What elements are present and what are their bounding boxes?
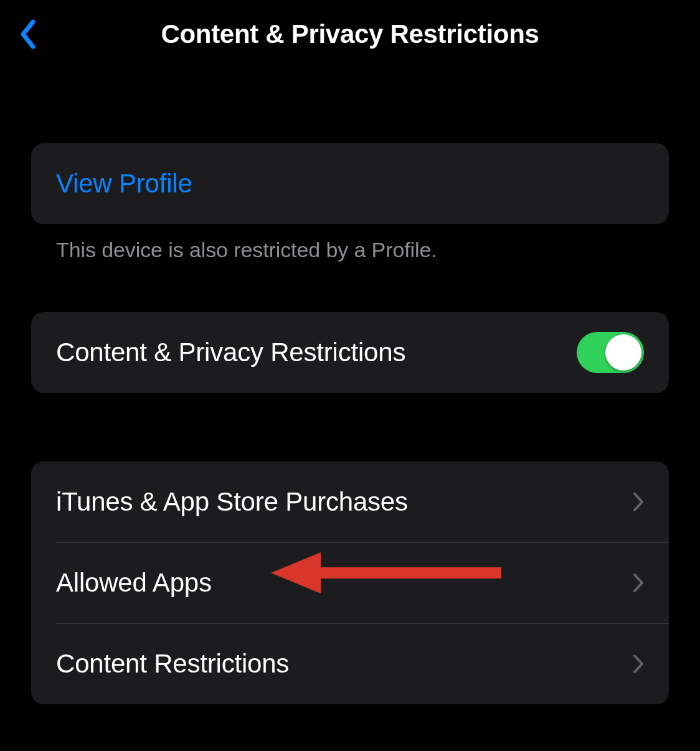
itunes-purchases-label: iTunes & App Store Purchases [56, 487, 408, 517]
restrictions-toggle-label: Content & Privacy Restrictions [56, 338, 405, 367]
content-restrictions-label: Content Restrictions [56, 649, 289, 679]
toggle-knob [605, 334, 641, 371]
back-button[interactable] [9, 16, 47, 53]
content-restrictions-row[interactable]: Content Restrictions [31, 623, 669, 704]
profile-footer-note: This device is also restricted by a Prof… [31, 224, 669, 262]
profile-group: View Profile [31, 143, 669, 224]
chevron-right-icon [633, 654, 644, 674]
restrictions-toggle-row[interactable]: Content & Privacy Restrictions [31, 312, 669, 393]
allowed-apps-row[interactable]: Allowed Apps [31, 542, 669, 623]
restrictions-toggle-group: Content & Privacy Restrictions [31, 312, 669, 393]
itunes-purchases-row[interactable]: iTunes & App Store Purchases [31, 461, 669, 542]
view-profile-label: View Profile [56, 169, 192, 199]
page-title: Content & Privacy Restrictions [12, 19, 688, 49]
view-profile-row[interactable]: View Profile [31, 143, 669, 224]
allowed-apps-label: Allowed Apps [56, 568, 212, 598]
chevron-left-icon [19, 19, 37, 49]
chevron-right-icon [633, 492, 644, 512]
restrictions-toggle[interactable] [577, 332, 644, 373]
navigation-bar: Content & Privacy Restrictions [0, 0, 700, 68]
settings-group: iTunes & App Store Purchases Allowed App… [31, 461, 669, 704]
chevron-right-icon [633, 573, 644, 593]
content-area: View Profile This device is also restric… [0, 143, 700, 704]
